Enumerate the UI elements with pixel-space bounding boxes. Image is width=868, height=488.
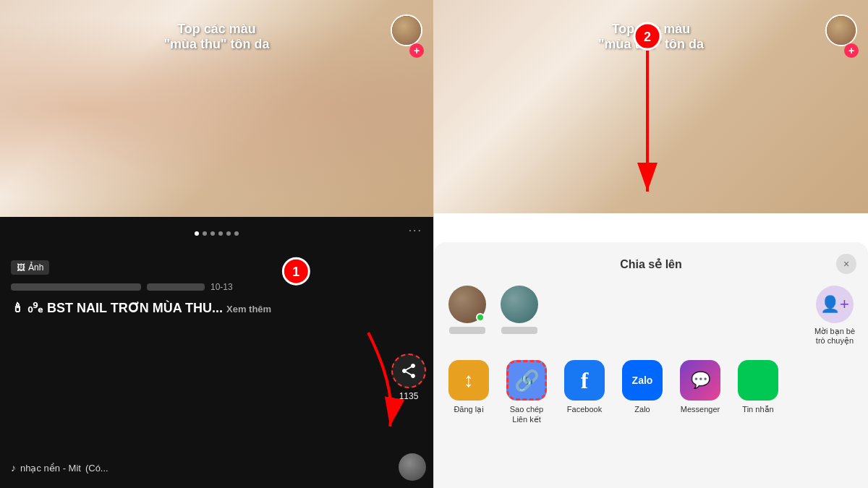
svg-point-0: [283, 258, 309, 284]
facebook-icon[interactable]: f: [564, 360, 605, 401]
photo-tag: 🖼 Ảnh: [11, 260, 49, 275]
right-panel: Top các màu "mùa thu" tôn da + 2 Chia sẻ…: [434, 0, 868, 488]
photo-icon: 🖼: [17, 262, 25, 273]
share-sheet-header: Chia sẻ lên ×: [446, 254, 856, 274]
other-icon[interactable]: [738, 360, 778, 401]
online-indicator: [476, 313, 485, 322]
messenger-app-item[interactable]: 💬 Messenger: [677, 360, 723, 414]
close-button[interactable]: ×: [836, 254, 856, 274]
user-info-row: 10-13: [11, 282, 422, 292]
music-icon: ♪: [11, 462, 16, 474]
dot-4: [218, 231, 223, 236]
other-app-item[interactable]: Tin nhắn: [735, 360, 781, 414]
dot-3: [210, 231, 215, 236]
add-friend-icon: 👤+: [820, 295, 849, 314]
follow-plus-button-right[interactable]: +: [844, 43, 859, 58]
invite-button[interactable]: 👤+: [816, 286, 854, 323]
music-row: ♪ nhạc nền - Mit (Có...: [11, 462, 390, 474]
arrow-1-overlay: 1: [0, 217, 433, 488]
follow-plus-button[interactable]: +: [409, 43, 424, 58]
pagination-dots: [0, 217, 433, 236]
other-label: Tin nhắn: [742, 405, 773, 414]
share-button-area[interactable]: 1135: [391, 354, 426, 401]
invite-friends-item[interactable]: 👤+ Mời bạn bè trò chuyện: [813, 286, 856, 346]
share-count: 1135: [399, 391, 419, 401]
dot-5: [226, 231, 231, 236]
dot-1: [195, 231, 199, 236]
zalo-icon[interactable]: Zalo: [622, 360, 663, 401]
contact-avatar-2: [501, 286, 538, 323]
zalo-label: Zalo: [634, 405, 650, 414]
video-title: 🕯 ₀⁹ₑ BST NAIL TRƠN MÙA THU... Xem thêm: [11, 300, 422, 317]
profile-avatar[interactable]: [391, 14, 422, 46]
facebook-label: Facebook: [567, 405, 602, 414]
repost-label: Đăng lại: [454, 405, 483, 414]
repost-app-item[interactable]: ↕ Đăng lại: [446, 360, 492, 414]
copy-link-app-item[interactable]: 🔗 Sao chép Liên kết: [503, 360, 550, 424]
share-sheet: Chia sẻ lên × 👤+: [434, 242, 868, 488]
messenger-icon[interactable]: 💬: [680, 360, 720, 401]
profile-avatar-right[interactable]: [825, 14, 857, 46]
username-blur: [11, 283, 141, 291]
share-sheet-title: Chia sẻ lên: [466, 257, 836, 271]
contact-item-2[interactable]: [498, 286, 541, 346]
repost-icon[interactable]: ↕: [448, 360, 489, 401]
username-blur-2: [147, 283, 205, 291]
more-options-icon[interactable]: ···: [409, 224, 422, 237]
contact-item-1[interactable]: [446, 286, 489, 346]
nail-overlay-text: Top các màu "mùa thu" tôn da: [163, 22, 269, 52]
contact-avatar-1: [448, 286, 486, 323]
copy-link-label: Sao chép Liên kết: [510, 405, 543, 424]
nail-overlay-text-right: Top các màu "mùa thu" tôn da: [598, 22, 704, 52]
facebook-app-item[interactable]: f Facebook: [561, 360, 608, 414]
dot-2: [203, 231, 207, 236]
share-icon-box[interactable]: [391, 354, 426, 388]
left-panel: Top các màu "mùa thu" tôn da + ··· 🖼 Ảnh…: [0, 0, 434, 488]
video-info-section: ··· 🖼 Ảnh 10-13 🕯 ₀⁹ₑ BST NAIL TRƠN MÙA …: [0, 217, 433, 488]
share-icon: [400, 362, 417, 380]
apps-row: ↕ Đăng lại 🔗 Sao chép Liên kết f Faceboo…: [446, 360, 856, 424]
contact-name-blur-2: [501, 327, 537, 334]
svg-text:1: 1: [292, 265, 299, 279]
invite-label: Mời bạn bè trò chuyện: [814, 327, 855, 346]
nail-video-bg-right: Top các màu "mùa thu" tôn da + 2: [434, 0, 868, 213]
contact-name-blur: [449, 327, 485, 334]
messenger-label: Messenger: [681, 405, 720, 414]
creator-avatar[interactable]: [399, 453, 426, 481]
zalo-app-item[interactable]: Zalo Zalo: [619, 360, 665, 414]
nail-video-bg: Top các màu "mùa thu" tôn da +: [0, 0, 433, 217]
copy-link-icon[interactable]: 🔗: [506, 360, 547, 401]
dot-6: [234, 231, 239, 236]
contacts-row: 👤+ Mời bạn bè trò chuyện: [446, 286, 856, 346]
